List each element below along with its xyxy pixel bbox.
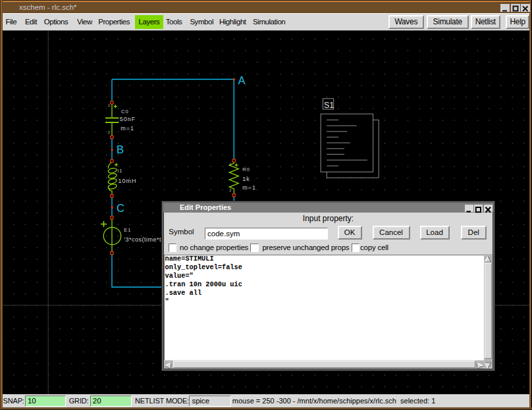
svg-text:1k: 1k	[242, 176, 250, 182]
svg-text:50nF: 50nF	[120, 116, 136, 122]
svg-text:1: 1	[108, 103, 110, 107]
svg-text:B: B	[117, 143, 124, 155]
svg-text:2: 2	[229, 188, 231, 192]
svg-text:m=1: m=1	[242, 184, 256, 191]
svg-text:R0: R0	[242, 167, 250, 172]
svg-text:E1: E1	[124, 227, 131, 233]
svg-text:A: A	[238, 74, 246, 86]
svg-text:S1: S1	[324, 101, 334, 110]
svg-text:m=1: m=1	[120, 125, 134, 132]
svg-text:10mH: 10mH	[119, 178, 137, 184]
svg-text:C: C	[117, 202, 124, 214]
svg-text:C0: C0	[121, 109, 129, 115]
svg-text:l1: l1	[118, 168, 123, 174]
svg-text:2: 2	[108, 130, 110, 134]
svg-text:1: 1	[229, 163, 231, 167]
